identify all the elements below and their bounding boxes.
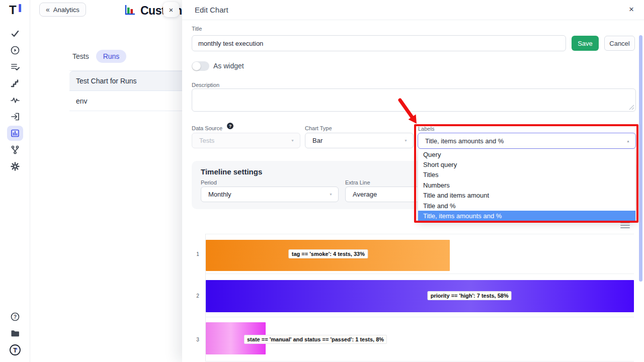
dropdown-option[interactable]: Titles bbox=[418, 170, 635, 180]
period-label: Period bbox=[201, 179, 217, 186]
logo-circle-icon: T bbox=[9, 344, 21, 356]
tab-tests[interactable]: Tests bbox=[72, 50, 89, 63]
labels-label: Labels bbox=[418, 126, 434, 132]
sidebar-item-plans[interactable] bbox=[0, 58, 30, 75]
as-widget-toggle[interactable] bbox=[192, 61, 209, 71]
row-number: 3 bbox=[196, 336, 199, 342]
steps-icon bbox=[10, 78, 20, 88]
as-widget-label: As widget bbox=[213, 62, 244, 70]
analytics-back-button[interactable]: « Analytics bbox=[39, 3, 86, 17]
row-number: 1 bbox=[196, 251, 199, 257]
dropdown-option[interactable]: Title and % bbox=[418, 201, 635, 211]
dropdown-option[interactable]: Numbers bbox=[418, 180, 635, 190]
analytics-panel: « Analytics Custom Ch Tests Runs Test Ch… bbox=[30, 0, 182, 362]
chevron-down-icon: ▼ bbox=[291, 139, 294, 142]
folder-icon bbox=[10, 328, 20, 338]
sidebar-item-milestones[interactable] bbox=[0, 75, 30, 92]
chart-type-select[interactable]: Bar ▼ bbox=[305, 133, 414, 148]
bar-label: state == 'manual' and status == 'passed'… bbox=[244, 335, 387, 344]
dropdown-option[interactable]: Title and items amount bbox=[418, 191, 635, 201]
modal-close-icon[interactable]: × bbox=[629, 5, 634, 15]
data-source-label: Data Source bbox=[192, 125, 222, 131]
list-check-icon bbox=[10, 62, 20, 72]
chart-row: 2 priority == 'high': 7 tests, 58% bbox=[206, 274, 634, 317]
play-circle-icon bbox=[10, 45, 20, 55]
extra-line-label: Extra Line bbox=[345, 179, 370, 186]
row-number: 2 bbox=[196, 293, 199, 298]
bar-chart: 1 tag == 'smoke': 4 tests, 33% 2 priorit… bbox=[194, 234, 634, 361]
back-button-label: Analytics bbox=[53, 6, 79, 14]
list-item-test-chart-for-runs[interactable]: Test Chart for Runs bbox=[69, 71, 182, 91]
chart-menu-icon[interactable] bbox=[620, 222, 630, 230]
dropdown-option-selected[interactable]: Title, items amounts and % bbox=[418, 211, 635, 221]
chart-type-label: Chart Type bbox=[305, 125, 332, 131]
sidebar-item-import[interactable] bbox=[0, 108, 30, 125]
bar-segment[interactable] bbox=[206, 280, 634, 312]
chart-row: 1 tag == 'smoke': 4 tests, 33% bbox=[206, 234, 634, 274]
chevron-up-icon: ▲ bbox=[626, 139, 630, 143]
help-icon: ? bbox=[10, 312, 20, 322]
check-icon bbox=[10, 29, 20, 39]
chevron-down-icon: ▼ bbox=[404, 139, 408, 142]
gear-icon bbox=[10, 161, 20, 171]
dropdown-option[interactable]: Short query bbox=[418, 159, 635, 169]
double-chevron-left-icon: « bbox=[46, 6, 50, 14]
description-textarea[interactable] bbox=[192, 88, 636, 112]
tab-close-button[interactable]: × bbox=[163, 2, 179, 17]
title-label: Title bbox=[192, 26, 202, 32]
app-sidebar: T▐ bbox=[0, 0, 30, 362]
sidebar-item-runs[interactable] bbox=[0, 42, 30, 58]
timeline-settings-title: Timeline settings bbox=[201, 167, 262, 176]
chevron-down-icon: ▼ bbox=[329, 193, 333, 196]
close-icon: × bbox=[169, 6, 174, 14]
sidebar-item-settings[interactable] bbox=[0, 158, 30, 174]
chart-row: 3 state == 'manual' and status == 'passe… bbox=[206, 317, 634, 361]
labels-dropdown: Query Short query Titles Numbers Title a… bbox=[418, 149, 636, 221]
sidebar-item-account[interactable]: T bbox=[0, 341, 30, 358]
sidebar-item-tests[interactable] bbox=[0, 25, 30, 42]
sidebar-item-branches[interactable] bbox=[0, 141, 30, 158]
sidebar-item-help[interactable]: ? bbox=[0, 308, 30, 325]
labels-select[interactable]: Title, items amounts and % ▲ bbox=[418, 133, 636, 149]
sidebar-item-pulse[interactable] bbox=[0, 92, 30, 108]
data-source-select[interactable]: Tests ▼ bbox=[192, 133, 300, 148]
description-label: Description bbox=[192, 82, 219, 88]
app-logo[interactable]: T▐ bbox=[0, 0, 30, 20]
activity-icon bbox=[10, 95, 20, 105]
bar-chart-icon bbox=[10, 128, 20, 138]
bar-label: tag == 'smoke': 4 tests, 33% bbox=[289, 249, 368, 258]
title-input[interactable] bbox=[192, 35, 566, 51]
cancel-button[interactable]: Cancel bbox=[604, 36, 635, 51]
bar-label: priority == 'high': 7 tests, 58% bbox=[428, 291, 512, 300]
modal-title: Edit Chart bbox=[195, 6, 228, 14]
branch-icon bbox=[10, 145, 20, 155]
sidebar-item-analytics[interactable] bbox=[0, 125, 30, 141]
sign-in-icon bbox=[10, 112, 20, 122]
help-badge-icon[interactable]: ? bbox=[227, 123, 233, 129]
dropdown-option[interactable]: Query bbox=[418, 149, 635, 159]
save-button[interactable]: Save bbox=[572, 36, 599, 51]
list-item-env[interactable]: env bbox=[69, 91, 182, 111]
edit-chart-modal: Edit Chart × Title Save Cancel As widget… bbox=[182, 0, 644, 362]
chart-title-icon bbox=[123, 3, 136, 18]
tab-runs[interactable]: Runs bbox=[96, 50, 127, 63]
period-select[interactable]: Monthly ▼ bbox=[201, 187, 339, 202]
svg-text:?: ? bbox=[14, 314, 17, 319]
sidebar-item-projects[interactable] bbox=[0, 325, 30, 341]
modal-scrollbar-thumb[interactable] bbox=[639, 35, 642, 282]
